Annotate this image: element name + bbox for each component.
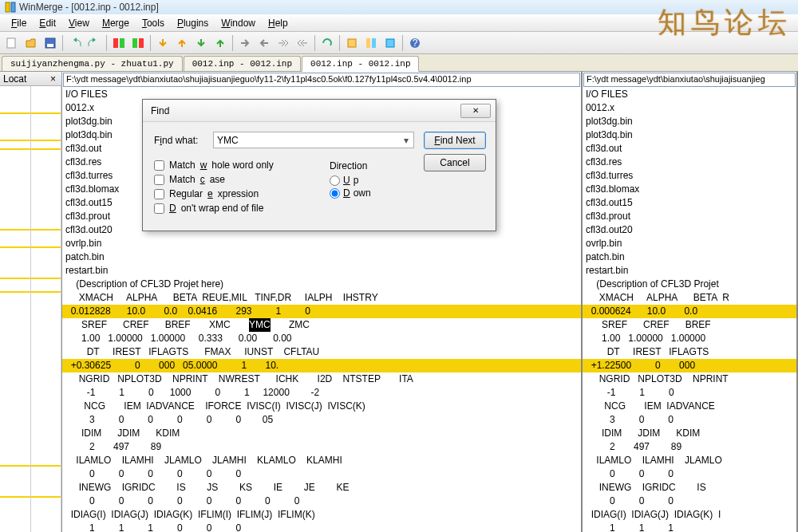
left-path[interactable]: F:\ydt message\ydt\bianxiutao\shujiajisu…: [63, 73, 580, 87]
check-wrap[interactable]: Don't wrap end of file: [154, 203, 486, 214]
tab-2[interactable]: 0012.inp - 0012.inp: [302, 56, 419, 72]
svg-rect-9: [348, 39, 356, 47]
diff2-icon[interactable]: [129, 34, 147, 52]
prev-diff-icon[interactable]: [173, 34, 191, 52]
svg-rect-1: [11, 2, 15, 12]
close-icon[interactable]: ✕: [460, 104, 491, 118]
menu-tools[interactable]: Tools: [136, 16, 171, 30]
svg-text:?: ?: [413, 37, 418, 49]
menu-window[interactable]: Window: [215, 16, 262, 30]
all-right-icon[interactable]: [275, 34, 292, 52]
menu-view[interactable]: View: [62, 16, 96, 30]
tab-1[interactable]: 0012.inp - 0012.inp: [184, 56, 301, 71]
redo-icon[interactable]: [85, 34, 103, 52]
menu-edit[interactable]: Edit: [33, 16, 62, 30]
find-input-value: YMC: [217, 135, 239, 146]
location-header: Locat ×: [0, 72, 61, 86]
opt1-icon[interactable]: [343, 34, 361, 52]
copy-right-icon[interactable]: [236, 34, 254, 52]
svg-rect-2: [7, 38, 15, 48]
save-icon[interactable]: [41, 34, 59, 52]
find-next-button[interactable]: Find Next: [424, 132, 486, 149]
help-icon[interactable]: ?: [406, 34, 424, 52]
right-path[interactable]: F:\ydt message\ydt\bianxiutao\shujiajisu…: [583, 73, 796, 87]
minimap-right[interactable]: [31, 86, 62, 532]
app-icon: [5, 2, 16, 13]
right-pane: F:\ydt message\ydt\bianxiutao\shujiajisu…: [583, 72, 798, 532]
right-body[interactable]: I/O FILES0012.xplot3dg.binplot3dq.bincfl…: [583, 88, 796, 532]
next-diff-icon[interactable]: [154, 34, 172, 52]
location-close-icon[interactable]: ×: [48, 73, 58, 85]
svg-rect-10: [366, 38, 370, 48]
copy-left-icon[interactable]: [255, 34, 273, 52]
svg-rect-0: [6, 2, 10, 12]
new-icon[interactable]: [3, 34, 21, 52]
toolbar: ?: [0, 32, 798, 54]
undo-icon[interactable]: [66, 34, 84, 52]
opt3-icon[interactable]: [381, 34, 399, 52]
svg-rect-8: [139, 38, 144, 48]
menu-merge[interactable]: Merge: [96, 16, 136, 30]
find-input[interactable]: YMC ▾: [213, 132, 414, 148]
radio-up[interactable]: Up: [330, 175, 371, 186]
minimap[interactable]: [0, 86, 61, 532]
dropdown-icon[interactable]: ▾: [400, 135, 412, 146]
find-title[interactable]: Find ✕: [143, 100, 496, 122]
app-title: WinMerge - [0012.inp - 0012.inp]: [19, 2, 159, 13]
titlebar: WinMerge - [0012.inp - 0012.inp]: [0, 0, 798, 14]
find-what-label: Find what:: [154, 135, 207, 146]
all-left-icon[interactable]: [294, 34, 311, 52]
opt2-icon[interactable]: [362, 34, 380, 52]
find-dialog: Find ✕ Find what: YMC ▾ Match whole word…: [142, 99, 496, 231]
direction-group: Direction Up Down: [330, 160, 371, 200]
check-regex[interactable]: Regular expression: [154, 188, 486, 199]
svg-rect-12: [386, 39, 394, 47]
cancel-button[interactable]: Cancel: [424, 154, 486, 171]
svg-rect-11: [372, 38, 376, 48]
refresh-icon[interactable]: [318, 34, 336, 52]
open-icon[interactable]: [22, 34, 40, 52]
location-title: Locat: [3, 73, 26, 85]
menubar: File Edit View Merge Tools Plugins Windo…: [0, 14, 798, 32]
next-diff2-icon[interactable]: [192, 34, 210, 52]
tabbar: suijiyanzhengma.py - zhuatu1.py 0012.inp…: [0, 54, 798, 72]
svg-rect-5: [113, 38, 118, 48]
menu-plugins[interactable]: Plugins: [171, 16, 215, 30]
diff-icon[interactable]: [110, 34, 128, 52]
check-match-case[interactable]: Match case: [154, 174, 486, 185]
svg-rect-4: [47, 44, 53, 47]
find-title-text: Find: [151, 105, 169, 116]
svg-rect-6: [120, 38, 124, 48]
prev-diff2-icon[interactable]: [211, 34, 229, 52]
direction-label: Direction: [330, 160, 371, 171]
tab-0[interactable]: suijiyanzhengma.py - zhuatu1.py: [2, 56, 183, 71]
radio-down[interactable]: Down: [330, 187, 371, 199]
svg-rect-7: [132, 38, 137, 48]
menu-help[interactable]: Help: [262, 16, 294, 30]
minimap-left[interactable]: [0, 86, 31, 532]
location-panel: Locat ×: [0, 72, 62, 532]
menu-file[interactable]: File: [5, 16, 33, 30]
